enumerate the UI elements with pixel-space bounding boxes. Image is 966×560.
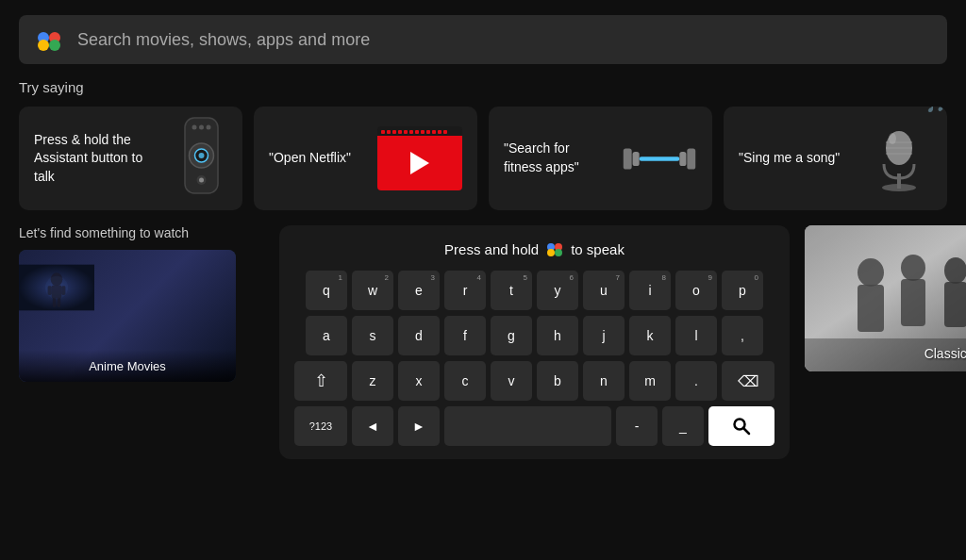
key-f[interactable]: f bbox=[444, 316, 486, 355]
key-o[interactable]: 9o bbox=[675, 271, 717, 310]
netflix-icon bbox=[377, 126, 462, 190]
svg-line-39 bbox=[743, 428, 749, 434]
suggestion-text-sing: "Sing me a song" bbox=[739, 149, 855, 168]
suggestion-card-sing[interactable]: "Sing me a song" 🎵 bbox=[724, 107, 947, 210]
press-hold-text: Press and hold to speak bbox=[294, 239, 774, 259]
svg-point-7 bbox=[199, 125, 204, 130]
key-m[interactable]: m bbox=[629, 361, 671, 401]
key-y[interactable]: 6y bbox=[537, 271, 578, 310]
keyboard-rows: 1q 2w 3e 4r 5t 6y 7u 8i 9o 0p a s d f g … bbox=[294, 271, 774, 446]
key-d[interactable]: d bbox=[398, 316, 440, 355]
search-icon bbox=[732, 417, 751, 436]
svg-point-36 bbox=[547, 249, 555, 256]
search-placeholder: Search movies, shows, apps and more bbox=[77, 30, 932, 50]
svg-rect-16 bbox=[640, 156, 680, 160]
key-row-1: 1q 2w 3e 4r 5t 6y 7u 8i 9o 0p bbox=[294, 271, 774, 310]
anime-movie-card[interactable]: Anime Movies bbox=[19, 250, 236, 382]
google-assistant-icon bbox=[34, 25, 64, 55]
key-k[interactable]: k bbox=[629, 316, 671, 355]
key-t[interactable]: 5t bbox=[491, 271, 532, 310]
classic-movie-title: Classic Movies bbox=[924, 346, 966, 361]
key-i[interactable]: 8i bbox=[629, 271, 671, 310]
key-left-arrow[interactable]: ◄ bbox=[352, 406, 393, 446]
key-space[interactable] bbox=[444, 406, 611, 446]
svg-rect-15 bbox=[633, 151, 640, 165]
svg-point-13 bbox=[199, 178, 204, 183]
svg-point-11 bbox=[199, 153, 205, 158]
classic-movie-card[interactable]: Classic Movies bbox=[805, 225, 966, 371]
classic-section: Classic Movies bbox=[805, 225, 966, 371]
svg-point-25 bbox=[889, 133, 896, 144]
svg-point-6 bbox=[192, 125, 197, 130]
key-row-4: ?123 ◄ ► - _ bbox=[294, 406, 774, 446]
dumbbell-icon bbox=[622, 140, 697, 177]
svg-rect-14 bbox=[624, 148, 632, 169]
suggestion-text-netflix: "Open Netflix" bbox=[269, 149, 366, 168]
key-comma[interactable]: , bbox=[722, 316, 763, 355]
key-l[interactable]: l bbox=[675, 316, 717, 355]
key-n[interactable]: n bbox=[583, 361, 625, 401]
key-h[interactable]: h bbox=[537, 316, 578, 355]
key-e[interactable]: 3e bbox=[398, 271, 440, 310]
try-saying-row: Press & hold the Assistant button to tal… bbox=[19, 107, 947, 210]
music-notes-icon: 🎵 bbox=[925, 107, 946, 114]
key-z[interactable]: z bbox=[352, 361, 393, 401]
microphone-icon: 🎵 bbox=[866, 125, 932, 191]
remote-icon bbox=[175, 116, 227, 201]
svg-point-2 bbox=[38, 40, 49, 51]
key-a[interactable]: a bbox=[306, 316, 347, 355]
svg-point-37 bbox=[555, 249, 562, 256]
svg-rect-20 bbox=[897, 173, 901, 189]
key-r[interactable]: 4r bbox=[444, 271, 486, 310]
key-u[interactable]: 7u bbox=[583, 271, 625, 310]
assistant-icon-small bbox=[544, 239, 565, 259]
key-underscore[interactable]: _ bbox=[662, 406, 704, 446]
anime-movie-overlay: Anime Movies bbox=[19, 350, 236, 382]
key-v[interactable]: v bbox=[491, 361, 532, 401]
key-q[interactable]: 1q bbox=[306, 271, 347, 310]
suggestion-card-netflix[interactable]: "Open Netflix" bbox=[254, 107, 477, 210]
key-w[interactable]: 2w bbox=[352, 271, 393, 310]
key-p[interactable]: 0p bbox=[722, 271, 763, 310]
bottom-section: Let's find something to watch bbox=[0, 225, 966, 433]
anime-movie-title: Anime Movies bbox=[89, 359, 166, 373]
svg-point-33 bbox=[45, 276, 68, 299]
suggestion-card-remote[interactable]: Press & hold the Assistant button to tal… bbox=[19, 107, 242, 210]
suggestion-text-remote: Press & hold the Assistant button to tal… bbox=[34, 131, 164, 187]
key-row-2: a s d f g h j k l , bbox=[294, 316, 774, 355]
suggestion-card-fitness[interactable]: "Search for fitness apps" bbox=[489, 107, 712, 210]
key-numeric[interactable]: ?123 bbox=[294, 406, 347, 446]
suggestion-text-fitness: "Search for fitness apps" bbox=[504, 140, 610, 176]
key-b[interactable]: b bbox=[537, 361, 578, 401]
key-c[interactable]: c bbox=[444, 361, 486, 401]
key-row-3: ⇧ z x c v b n m . ⌫ bbox=[294, 361, 774, 401]
svg-point-3 bbox=[49, 40, 60, 51]
key-g[interactable]: g bbox=[491, 316, 532, 355]
key-period[interactable]: . bbox=[675, 361, 717, 401]
classic-movie-overlay: Classic Movies bbox=[915, 336, 966, 371]
find-title: Let's find something to watch bbox=[19, 225, 264, 240]
key-j[interactable]: j bbox=[583, 316, 625, 355]
svg-point-8 bbox=[207, 125, 211, 130]
svg-rect-17 bbox=[679, 151, 686, 165]
svg-rect-18 bbox=[687, 148, 695, 169]
key-search[interactable] bbox=[708, 406, 774, 446]
key-shift[interactable]: ⇧ bbox=[294, 361, 347, 401]
keyboard-container: Press and hold to speak 1q 2w 3e 4r 5t 6… bbox=[279, 225, 790, 459]
try-saying-title: Try saying bbox=[19, 79, 947, 95]
key-minus[interactable]: - bbox=[616, 406, 658, 446]
search-bar[interactable]: Search movies, shows, apps and more bbox=[19, 15, 947, 64]
key-s[interactable]: s bbox=[352, 316, 393, 355]
find-section: Let's find something to watch bbox=[19, 225, 264, 382]
key-backspace[interactable]: ⌫ bbox=[722, 361, 774, 401]
key-x[interactable]: x bbox=[398, 361, 440, 401]
key-right-arrow[interactable]: ► bbox=[398, 406, 440, 446]
